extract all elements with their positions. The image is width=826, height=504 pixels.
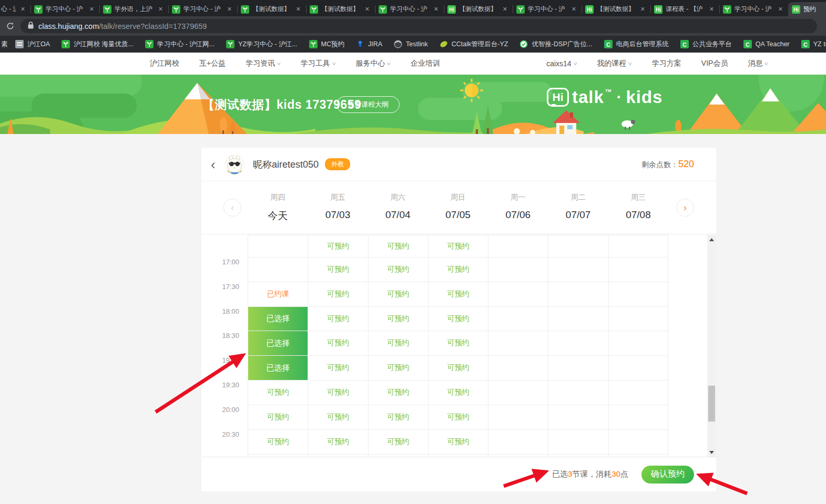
slot-available[interactable]: 可预约 (308, 355, 368, 380)
slot-available[interactable]: 可预约 (428, 429, 488, 454)
slot-available[interactable]: 可预约 (368, 235, 428, 257)
bookmark-item[interactable]: Testlink (388, 40, 434, 48)
slot-available[interactable]: 可预约 (368, 380, 428, 405)
nav-item-沪江网校[interactable]: 沪江网校 (150, 59, 179, 68)
nav-item-学习资讯[interactable]: 学习资讯∨ (246, 59, 281, 68)
next-week-button[interactable]: › (676, 199, 694, 217)
tab-close-icon[interactable]: ✕ (570, 5, 578, 13)
slot-available[interactable]: 可预约 (308, 235, 368, 257)
slot-available[interactable]: 可预约 (428, 355, 488, 380)
slot-available[interactable]: 可预约 (308, 306, 368, 331)
tab-close-icon[interactable]: ✕ (226, 5, 233, 13)
slot-available[interactable]: 可预约 (308, 380, 368, 405)
scrollbar-thumb[interactable] (708, 386, 715, 421)
browser-tab[interactable]: 学习中心 - 沪✕ (375, 2, 444, 16)
slot-available[interactable]: 可预约 (428, 405, 488, 429)
confirm-reserve-button[interactable]: 确认预约 (641, 466, 694, 484)
slot-available[interactable]: 可预约 (428, 306, 488, 331)
browser-tab[interactable]: Hi【测试数据】✕ (582, 2, 650, 16)
slot-available[interactable]: 可预约 (368, 355, 428, 380)
tab-close-icon[interactable]: ✕ (363, 5, 371, 13)
browser-tab[interactable]: 学外语，上沪✕ (99, 2, 168, 16)
browser-tab[interactable]: 学习中心 - 沪✕ (30, 2, 99, 16)
slot-available[interactable]: 可预约 (308, 257, 368, 282)
browser-tab[interactable]: 学习中心 - 沪✕ (168, 2, 237, 16)
browser-tab[interactable]: 学习中心 - 沪✕ (719, 2, 788, 16)
bookmark-label: YZ teacher (813, 40, 826, 48)
slot-available[interactable]: 可预约 (368, 405, 428, 429)
tab-close-icon[interactable]: ✕ (708, 5, 716, 13)
prev-week-button[interactable]: ‹ (223, 199, 241, 217)
bookmark-item[interactable]: CQA Teacher (738, 40, 796, 48)
slot-empty (608, 331, 668, 355)
bookmark-item[interactable]: MC预约 (303, 40, 350, 49)
slot-available[interactable]: 可预约 (248, 405, 308, 429)
bookmark-item[interactable]: 沪江网校 海量优质... (56, 40, 139, 49)
slot-available[interactable]: 可预约 (248, 429, 308, 454)
slot-available[interactable]: 可预约 (368, 282, 428, 306)
scroll-down-icon[interactable] (707, 448, 716, 457)
browser-tab[interactable]: Hi【测试数据】✕ (444, 2, 513, 16)
slot-available[interactable]: 可预约 (248, 380, 308, 405)
tab-close-icon[interactable]: ✕ (157, 5, 165, 13)
slot-available[interactable]: 可预约 (428, 331, 488, 355)
url-domain: class.hujiang.com (38, 22, 99, 30)
slot-available[interactable]: 可预约 (308, 282, 368, 306)
back-button[interactable]: ‹ (211, 158, 221, 171)
browser-tab[interactable]: 学习中心 - 沪✕ (513, 2, 582, 16)
bookmark-item[interactable]: JIRA (350, 40, 388, 48)
slot-available[interactable]: 可预约 (368, 331, 428, 355)
nav-item-VIP会员[interactable]: VIP会员 (701, 59, 728, 68)
scroll-up-icon[interactable] (707, 235, 716, 244)
bookmark-item[interactable]: CCtalk管理后台-YZ (434, 40, 514, 49)
slot-available[interactable]: 可预约 (308, 405, 368, 429)
nav-item-互+公益[interactable]: 互+公益 (199, 59, 226, 68)
nav-item-消息[interactable]: 消息∨ (748, 59, 768, 68)
nav-item-企业培训[interactable]: 企业培训 (411, 59, 440, 68)
url-bar[interactable]: class.hujiang.com/talk/reserve?classId=1… (21, 19, 817, 33)
slot-available[interactable]: 可预约 (428, 257, 488, 282)
tab-close-icon[interactable]: ✕ (639, 5, 647, 13)
tab-close-icon[interactable]: ✕ (501, 5, 509, 13)
slot-selected[interactable]: 已选择 (248, 331, 308, 355)
tab-close-icon[interactable]: ✕ (294, 5, 302, 13)
bookmark-item[interactable]: 学习中心 - 沪江网... (139, 40, 220, 49)
slot-available[interactable]: 可预约 (428, 235, 488, 257)
slot-available[interactable]: 可预约 (368, 429, 428, 454)
slot-available[interactable]: 可预约 (428, 282, 488, 306)
bookmark-item[interactable]: 素 (0, 40, 9, 49)
nav-item-学习方案[interactable]: 学习方案 (652, 59, 681, 68)
hitalk-favicon-icon: Hi (654, 5, 662, 14)
bookmark-item[interactable]: 沪江OA (9, 40, 56, 49)
browser-tab[interactable]: 心 - 沪✕ (0, 2, 30, 16)
slot-available[interactable]: 可预约 (368, 257, 428, 282)
reload-icon[interactable] (4, 20, 16, 33)
slot-available[interactable]: 可预约 (368, 306, 428, 331)
bookmark-item[interactable]: YZ学习中心 - 沪江... (220, 40, 303, 49)
nav-item-学习工具[interactable]: 学习工具∨ (301, 59, 336, 68)
view-outline-button[interactable]: 查看课程大纲 (336, 96, 400, 113)
bookmark-item[interactable]: 优智推-DSP广告位... (514, 40, 598, 49)
browser-tab[interactable]: Hi预约 (788, 2, 826, 16)
leaf-favicon-icon (172, 5, 180, 14)
bookmark-item[interactable]: C电商后台管理系统 (598, 40, 675, 49)
browser-tab[interactable]: 【测试数据】✕ (237, 2, 306, 16)
slot-available[interactable]: 可预约 (308, 429, 368, 454)
tab-close-icon[interactable]: ✕ (88, 5, 96, 13)
tab-close-icon[interactable]: ✕ (777, 5, 784, 13)
grid-scrollbar[interactable] (707, 235, 716, 457)
nav-item-caixs14[interactable]: caixs14∨ (546, 59, 577, 68)
slot-selected[interactable]: 已选择 (248, 355, 308, 380)
slot-selected[interactable]: 已选择 (248, 306, 308, 331)
browser-tab[interactable]: Hi课程表 - 【沪✕ (650, 2, 719, 16)
slot-empty (548, 282, 608, 306)
bookmark-item[interactable]: CYZ teacher (796, 40, 826, 48)
nav-item-服务中心[interactable]: 服务中心∨ (355, 59, 391, 68)
nav-item-我的课程[interactable]: 我的课程∨ (597, 59, 632, 68)
bookmark-item[interactable]: C公共业务平台 (675, 40, 738, 49)
browser-tab[interactable]: 【测试数据】✕ (306, 2, 375, 16)
tab-close-icon[interactable]: ✕ (432, 5, 440, 13)
slot-available[interactable]: 可预约 (428, 380, 488, 405)
slot-available[interactable]: 可预约 (308, 331, 368, 355)
tab-close-icon[interactable]: ✕ (19, 5, 27, 13)
